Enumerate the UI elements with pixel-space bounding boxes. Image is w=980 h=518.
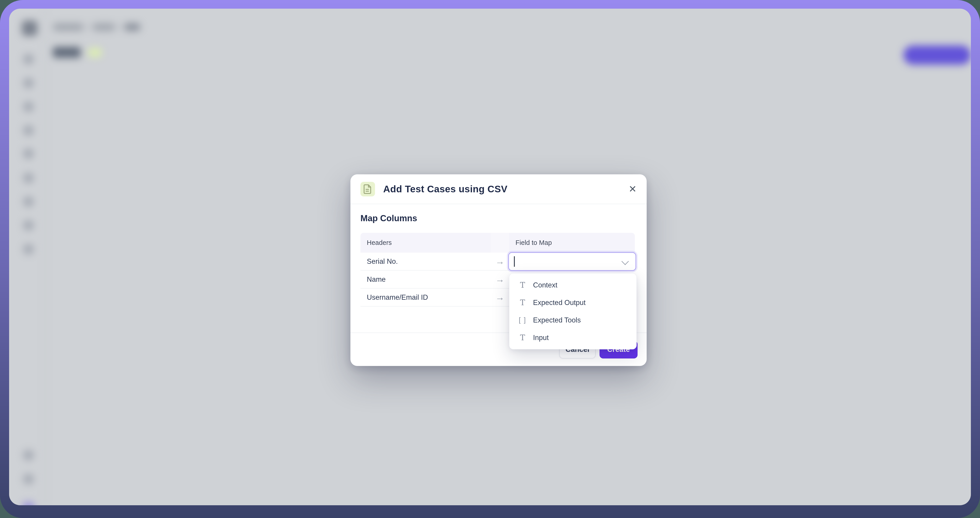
text-type-icon: T <box>517 333 528 342</box>
section-title: Map Columns <box>360 213 417 223</box>
app-logo <box>22 21 37 36</box>
close-icon[interactable]: ✕ <box>628 184 636 194</box>
field-to-map-select[interactable] <box>508 252 636 271</box>
text-type-icon: T <box>517 281 528 289</box>
status-badge <box>88 48 102 57</box>
map-arrow-cell: → <box>491 271 509 289</box>
breadcrumb-item[interactable] <box>53 23 84 31</box>
field-options-dropdown: T Context T Expected Output [ ] Expected… <box>509 273 636 350</box>
arrow-right-icon: → <box>495 274 504 284</box>
text-caret <box>514 256 515 267</box>
field-map-cell: T Context T Expected Output [ ] Expected… <box>509 253 635 271</box>
page-title <box>53 47 81 58</box>
breadcrumb-separator <box>118 24 121 30</box>
breadcrumb-item <box>124 23 140 31</box>
map-arrow-cell: → <box>491 289 509 307</box>
table-header-headers: Headers <box>360 233 491 253</box>
primary-action-button[interactable] <box>904 46 971 65</box>
breadcrumb-item[interactable] <box>92 23 115 31</box>
map-arrow-cell: → <box>491 253 509 271</box>
sidebar-icon[interactable] <box>23 125 34 136</box>
breadcrumb-separator <box>86 24 90 30</box>
modal-header: Add Test Cases using CSV ✕ <box>350 174 647 204</box>
add-test-cases-modal: Add Test Cases using CSV ✕ Map Columns H… <box>350 174 647 366</box>
dropdown-option-context[interactable]: T Context <box>509 276 636 294</box>
sidebar-icon[interactable] <box>23 474 34 484</box>
sidebar-icon[interactable] <box>23 220 34 230</box>
app-screen: Add Test Cases using CSV ✕ Map Columns H… <box>9 9 971 505</box>
csv-header-cell: Serial No. <box>360 253 491 271</box>
dropdown-option-input[interactable]: T Input <box>509 329 636 346</box>
text-type-icon: T <box>517 298 528 307</box>
brackets-icon: [ ] <box>517 316 528 324</box>
sidebar-icon[interactable] <box>23 54 34 64</box>
modal-title: Add Test Cases using CSV <box>383 184 508 195</box>
sidebar-icon[interactable] <box>23 78 34 88</box>
sidebar-divider <box>45 9 46 505</box>
sidebar-icon[interactable] <box>23 173 34 183</box>
sidebar-icon[interactable] <box>23 102 34 112</box>
table-header-field-to-map: Field to Map <box>509 233 635 253</box>
dropdown-option-expected-tools[interactable]: [ ] Expected Tools <box>509 311 636 329</box>
sidebar-icon[interactable] <box>23 450 34 461</box>
sidebar-icon[interactable] <box>23 148 34 159</box>
column-mapping-table: Headers Field to Map Serial No. → T Cont… <box>360 233 635 307</box>
csv-document-icon <box>360 182 375 196</box>
user-avatar[interactable] <box>22 502 35 505</box>
sidebar-icon[interactable] <box>23 244 34 254</box>
csv-header-cell: Username/Email ID <box>360 289 491 307</box>
sidebar-icon[interactable] <box>23 196 34 207</box>
arrow-right-icon: → <box>495 256 504 267</box>
chevron-down-icon[interactable] <box>621 257 629 265</box>
csv-header-cell: Name <box>360 271 491 289</box>
arrow-right-icon: → <box>495 292 504 302</box>
dropdown-option-expected-output[interactable]: T Expected Output <box>509 294 636 311</box>
table-header-gap <box>491 233 509 253</box>
